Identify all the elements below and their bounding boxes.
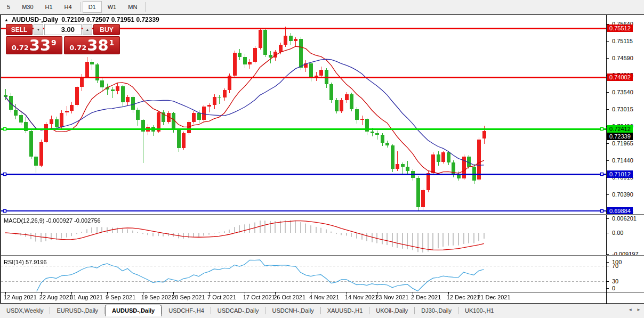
price-level-tag: 0.72412 [607, 125, 633, 133]
price-level-tag: 0.69884 [607, 207, 633, 215]
price-level-tag: 0.71012 [607, 170, 633, 178]
tab-usdcad-daily[interactable]: USDCAD-,Daily [211, 305, 265, 316]
tab-ukoil-daily[interactable]: UKOil-,Daily [369, 305, 414, 316]
chart-ohlc-values: 0.72109 0.72507 0.71951 0.72339 [61, 16, 159, 23]
date-label: 28 Sep 2021 [172, 294, 205, 300]
date-label: 9 Sep 2021 [106, 294, 135, 300]
tab-usdx-weekly[interactable]: USDX,Weekly [0, 305, 50, 316]
date-label: 26 Oct 2021 [273, 294, 305, 300]
timeframe-button-D1[interactable]: D1 [83, 1, 102, 13]
tab-scroll-buttons: ◄ ► [628, 307, 641, 312]
price-level-tag: 0.74002 [607, 74, 633, 81]
buy-price-pipette: 1 [109, 38, 115, 47]
panel-separator[interactable] [1, 255, 644, 256]
timeframe-button-H1[interactable]: H1 [39, 1, 59, 13]
timeframe-button-MN[interactable]: MN [122, 1, 143, 13]
one-click-trade-panel: SELL ▼ ▲ BUY 0.72 33 9 0.72 38 1 [6, 24, 120, 54]
date-label: 21 Dec 2021 [477, 294, 510, 300]
date-label: 7 Oct 2021 [207, 294, 236, 300]
date-label: 12 Dec 2021 [447, 294, 480, 300]
price-tick-label: 0.73015 [607, 105, 644, 113]
volume-decrease-button[interactable]: ▼ [34, 24, 43, 35]
volume-decrease-icon: ▼ [37, 28, 41, 31]
buy-price-big: 38 [87, 38, 108, 53]
timeframe-button-5[interactable]: 5 [1, 1, 16, 13]
price-level-tag: 0.72339 [607, 133, 633, 140]
price-tick-label: 0.71440 [607, 157, 644, 164]
buy-button[interactable]: BUY [93, 24, 120, 35]
buy-price-box[interactable]: 0.72 38 1 [64, 36, 120, 54]
price-tick-label: 0.73540 [607, 88, 644, 96]
date-axis-border [1, 292, 644, 292]
sell-price-big: 33 [29, 38, 51, 53]
volume-increase-icon: ▲ [86, 28, 90, 31]
rsi-axis-label: 70 [607, 262, 644, 270]
chart-symbol-label: AUDUSD-,Daily [12, 16, 58, 23]
price-level-tag: 0.75512 [607, 25, 633, 32]
price-tick-label: 0.74590 [607, 54, 644, 62]
date-label: 22 Aug 2021 [39, 294, 73, 300]
price-axis: 0.756400.751150.745900.740650.735400.730… [606, 15, 644, 304]
date-label: 23 Nov 2021 [375, 294, 408, 300]
chart-tab-bar: ◄ ► USDX,WeeklyEURUSD-,DailyAUDUSD-,Dail… [0, 304, 644, 318]
price-chart-canvas[interactable] [1, 15, 606, 304]
tab-eurusd-daily[interactable]: EURUSD-,Daily [50, 305, 104, 316]
price-tick-label: 0.75115 [607, 37, 644, 45]
tab-audusd-daily[interactable]: AUDUSD-,Daily [105, 305, 162, 316]
chart-window: ▲ AUDUSD-,Daily 0.72109 0.72507 0.71951 … [0, 14, 644, 304]
tab-dj30-daily[interactable]: DJ30-,Daily [415, 305, 458, 316]
chart-title: ▲ AUDUSD-,Daily 0.72109 0.72507 0.71951 … [4, 16, 159, 23]
rsi-indicator-label: RSI(14) 57.9196 [4, 259, 47, 265]
volume-increase-button[interactable]: ▲ [83, 24, 92, 35]
timeframe-button-M30[interactable]: M30 [16, 1, 39, 13]
timeframe-button-H4[interactable]: H4 [59, 1, 78, 13]
sell-price-box[interactable]: 0.72 33 9 [6, 36, 62, 54]
tab-scroll-left-icon[interactable]: ◄ [628, 307, 632, 312]
date-label: 12 Aug 2021 [4, 294, 37, 300]
sell-price-prefix: 0.72 [12, 44, 29, 52]
date-label: 19 Sep 2021 [141, 294, 174, 300]
macd-axis-label: 0.006201 [607, 215, 644, 222]
price-tick-label: 0.71965 [607, 140, 644, 147]
tab-scroll-right-icon[interactable]: ► [637, 307, 641, 312]
date-label: 14 Nov 2021 [345, 294, 378, 300]
date-label: 17 Oct 2021 [243, 294, 275, 300]
date-label: 4 Nov 2021 [309, 294, 339, 300]
volume-input[interactable] [44, 24, 82, 35]
timeframe-toolbar: 5M30H1H4D1W1MN [0, 0, 644, 14]
date-label: 2 Dec 2021 [411, 294, 441, 300]
toolbar-separator [80, 2, 80, 12]
tab-usdchf-h4[interactable]: USDCHF-,H4 [162, 305, 211, 316]
rsi-axis-label: 30 [607, 278, 644, 285]
tab-usdcnh-daily[interactable]: USDCNH-,Daily [265, 305, 320, 316]
sell-price-pipette: 9 [51, 38, 57, 47]
timeframe-button-W1[interactable]: W1 [102, 1, 123, 13]
price-tick-label: 0.70390 [607, 191, 644, 198]
tab-uk100-h1[interactable]: UK100-,H1 [458, 305, 500, 316]
date-label: 31 Aug 2021 [70, 294, 103, 300]
buy-price-prefix: 0.72 [69, 44, 86, 52]
macd-indicator-label: MACD(12,26,9) -0.000927 -0.002756 [4, 217, 101, 224]
panel-separator[interactable] [1, 214, 644, 215]
macd-axis-label: -0.009197 [607, 250, 644, 258]
collapse-panel-icon[interactable]: ▲ [4, 18, 9, 22]
sell-button[interactable]: SELL [6, 24, 33, 35]
rsi-axis-label: 0 [607, 284, 644, 292]
tab-xauusd-h1[interactable]: XAUUSD-,H1 [321, 305, 369, 316]
macd-axis-label: 0.00 [607, 229, 644, 237]
toolbar-separator [145, 2, 146, 12]
